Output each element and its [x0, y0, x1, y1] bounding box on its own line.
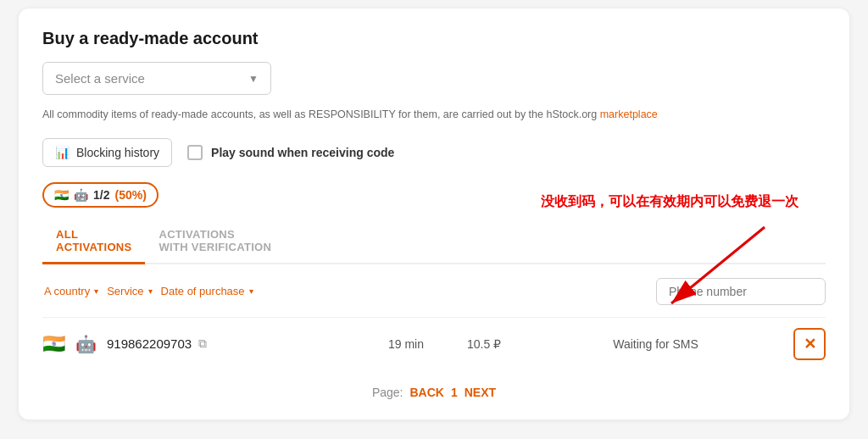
service-select-row: Select a service ▼: [42, 62, 826, 95]
marketplace-link[interactable]: marketplace: [600, 108, 658, 120]
phone-search-input[interactable]: [656, 278, 826, 305]
india-flag-icon: 🇮🇳: [54, 188, 69, 202]
status-cell: Waiting for SMS: [528, 337, 783, 351]
pagination-back-link[interactable]: BACK: [410, 386, 444, 399]
tab-all-activations[interactable]: ALLACTIVATIONS: [42, 221, 145, 264]
service-select-label: Select a service: [55, 71, 145, 86]
pagination-next-link[interactable]: NEXT: [465, 386, 496, 399]
chatgpt-service-icon: 🤖: [74, 188, 88, 202]
service-filter-label: Service: [107, 285, 143, 297]
chevron-down-icon: ▾: [148, 286, 153, 296]
phone-number-cell: 919862209703 ⧉: [107, 336, 362, 351]
time-cell: 19 min: [372, 337, 440, 351]
toolbar-row: 📊 Blocking history Play sound when recei…: [42, 138, 826, 167]
flag-service-badge: 🇮🇳 🤖 1/2 (50%): [42, 182, 159, 208]
tabs-row: ALLACTIVATIONS ACTIVATIONSWITH VERIFICAT…: [42, 221, 826, 264]
chevron-down-icon: ▼: [248, 73, 259, 85]
sound-toggle-row: Play sound when receiving code: [187, 145, 394, 160]
info-text: All commodity items of ready-made accoun…: [42, 107, 826, 123]
phone-number-text: 919862209703: [107, 336, 192, 351]
filter-row: A country ▾ Service ▾ Date of purchase ▾: [42, 278, 826, 305]
flag-service-row: 🇮🇳 🤖 1/2 (50%): [42, 182, 826, 208]
chevron-down-icon: ▾: [249, 286, 253, 296]
main-card: Buy a ready-made account Select a servic…: [19, 8, 849, 420]
badge-count: 1/2: [93, 188, 109, 202]
copy-icon[interactable]: ⧉: [198, 336, 207, 351]
bar-chart-icon: 📊: [55, 146, 70, 159]
date-filter-label: Date of purchase: [161, 285, 245, 297]
country-filter-button[interactable]: A country ▾: [42, 281, 100, 301]
blocking-history-button[interactable]: 📊 Blocking history: [42, 138, 172, 167]
service-select-dropdown[interactable]: Select a service ▼: [42, 62, 271, 95]
x-icon: ✕: [804, 335, 816, 353]
blocking-history-label: Blocking history: [76, 146, 159, 159]
pagination-current-page[interactable]: 1: [451, 386, 458, 399]
page-title: Buy a ready-made account: [42, 29, 826, 48]
chevron-down-icon: ▾: [94, 286, 98, 296]
country-filter-label: A country: [44, 285, 90, 297]
pagination-page-label: Page:: [372, 386, 403, 399]
date-filter-button[interactable]: Date of purchase ▾: [159, 281, 255, 301]
india-flag-icon: 🇮🇳: [42, 333, 65, 355]
tab-activations-with-verification[interactable]: ACTIVATIONSWITH VERIFICATION: [145, 221, 285, 264]
badge-percent: (50%): [114, 188, 146, 202]
sound-toggle-checkbox[interactable]: [187, 145, 203, 160]
service-filter-button[interactable]: Service ▾: [105, 281, 153, 301]
chatgpt-icon: 🤖: [75, 334, 97, 354]
play-sound-label: Play sound when receiving code: [211, 146, 394, 159]
price-cell: 10.5 ₽: [450, 337, 518, 351]
cancel-button[interactable]: ✕: [793, 328, 826, 360]
pagination-row: Page: BACK 1 NEXT: [42, 386, 826, 399]
table-row: 🇮🇳 🤖 919862209703 ⧉ 19 min 10.5 ₽ Waitin…: [42, 317, 826, 370]
